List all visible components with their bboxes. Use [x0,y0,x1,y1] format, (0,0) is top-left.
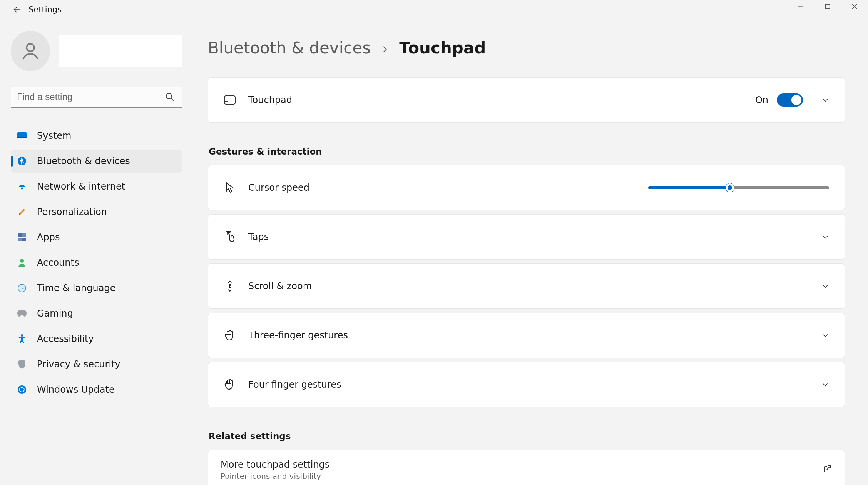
taps-card[interactable]: Taps [208,214,845,260]
touchpad-master-card[interactable]: Touchpad On [208,77,845,123]
gamepad-icon [16,308,28,319]
related-title: More touchpad settings [221,459,823,470]
touchpad-toggle[interactable] [777,93,803,107]
search-icon [165,92,175,103]
chevron-down-icon [818,381,832,388]
sidebar-item-label: Gaming [37,308,73,319]
hand-icon [221,379,239,390]
minimize-button[interactable] [787,0,814,13]
sidebar-item-personalization[interactable]: Personalization [11,200,182,223]
svg-point-4 [27,43,34,51]
shield-icon [16,358,28,370]
user-row[interactable] [11,31,182,71]
breadcrumb: Bluetooth & devices Touchpad [208,38,845,57]
brush-icon [16,206,28,218]
svg-rect-10 [18,233,22,237]
sidebar-item-label: Bluetooth & devices [37,156,130,167]
svg-point-21 [229,285,231,286]
cursor-speed-slider[interactable] [648,186,829,189]
section-title-related: Related settings [209,431,845,441]
cursor-icon [221,182,239,193]
sidebar-item-label: Accessibility [37,333,94,344]
cursor-speed-card: Cursor speed [208,165,845,210]
svg-rect-11 [22,233,26,237]
scroll-zoom-label: Scroll & zoom [248,281,818,292]
four-finger-label: Four-finger gestures [248,379,818,390]
back-button[interactable] [9,2,25,17]
breadcrumb-parent[interactable]: Bluetooth & devices [208,38,371,57]
svg-point-17 [18,385,26,394]
sidebar-item-network[interactable]: Network & internet [11,175,182,198]
section-title-gestures: Gestures & interaction [209,147,845,157]
window-controls [787,0,868,13]
chevron-right-icon [381,38,389,57]
apps-icon [16,232,28,243]
app-title: Settings [28,5,62,14]
sidebar: System Bluetooth & devices Network & int… [0,19,192,485]
main-content: Bluetooth & devices Touchpad Touchpad On… [192,19,868,485]
svg-rect-18 [224,96,235,104]
svg-point-22 [229,287,231,288]
sidebar-item-apps[interactable]: Apps [11,226,182,249]
search-input[interactable] [11,87,182,108]
more-touchpad-settings-card[interactable]: More touchpad settings Pointer icons and… [208,450,845,485]
close-button[interactable] [841,0,868,13]
tap-icon [221,231,239,243]
wifi-icon [16,181,28,192]
user-name-placeholder [59,35,182,67]
sidebar-item-label: Apps [37,232,60,243]
four-finger-card[interactable]: Four-finger gestures [208,362,845,407]
open-external-icon [823,464,832,476]
sidebar-item-label: Windows Update [37,384,115,395]
svg-rect-13 [22,238,26,241]
svg-rect-1 [826,4,830,8]
sidebar-item-label: Network & internet [37,181,125,192]
sidebar-item-privacy[interactable]: Privacy & security [11,353,182,376]
sidebar-item-label: System [37,130,72,141]
avatar [11,31,50,71]
svg-rect-8 [17,137,27,138]
chevron-down-icon[interactable] [818,96,832,104]
touchpad-label: Touchpad [248,95,755,105]
sidebar-item-label: Time & language [37,283,115,293]
sidebar-item-time-language[interactable]: Time & language [11,277,182,300]
titlebar: Settings [0,0,868,19]
taps-label: Taps [248,232,818,242]
globe-clock-icon [16,282,28,294]
sidebar-item-label: Accounts [37,257,79,268]
svg-point-16 [21,334,23,337]
chevron-down-icon [818,233,832,241]
accessibility-icon [16,333,28,345]
svg-point-14 [20,259,24,263]
chevron-down-icon [818,282,832,290]
sidebar-item-system[interactable]: System [11,124,182,147]
update-icon [16,384,28,395]
cursor-speed-label: Cursor speed [248,182,648,193]
nav-list: System Bluetooth & devices Network & int… [11,124,182,401]
monitor-icon [16,130,28,142]
sidebar-item-label: Privacy & security [37,359,120,370]
sidebar-item-bluetooth-devices[interactable]: Bluetooth & devices [11,150,182,173]
sidebar-item-windows-update[interactable]: Windows Update [11,378,182,401]
scroll-zoom-icon [221,280,239,292]
breadcrumb-current: Touchpad [399,38,486,57]
sidebar-item-accessibility[interactable]: Accessibility [11,327,182,350]
three-finger-label: Three-finger gestures [248,330,818,341]
person-icon [16,257,28,268]
svg-line-6 [171,98,174,101]
touchpad-icon [221,95,239,105]
hand-icon [221,330,239,341]
scroll-zoom-card[interactable]: Scroll & zoom [208,263,845,309]
sidebar-item-accounts[interactable]: Accounts [11,251,182,274]
chevron-down-icon [818,332,832,339]
search-wrap [11,87,182,108]
related-subtitle: Pointer icons and visibility [221,472,823,481]
svg-point-5 [166,93,172,99]
sidebar-item-gaming[interactable]: Gaming [11,302,182,325]
maximize-button[interactable] [814,0,841,13]
sidebar-item-label: Personalization [37,207,107,217]
toggle-state-text: On [755,95,768,105]
three-finger-card[interactable]: Three-finger gestures [208,313,845,358]
svg-rect-12 [18,238,22,241]
bluetooth-icon [16,155,28,167]
